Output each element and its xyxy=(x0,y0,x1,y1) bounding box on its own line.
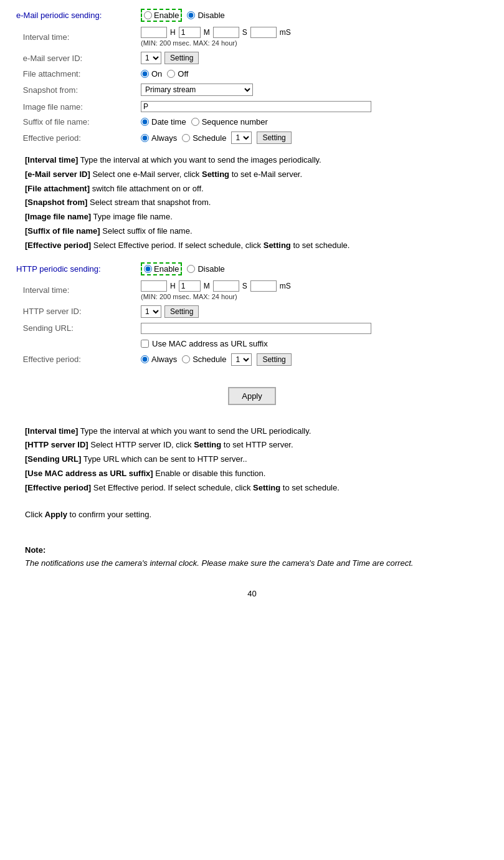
email-on-radio[interactable] xyxy=(141,70,149,78)
page-num-text: 40 xyxy=(247,589,256,598)
help-interval-desc: Type the interval at which you want to s… xyxy=(80,155,321,165)
http-mac-label[interactable]: Use MAC address as URL suffix xyxy=(152,339,268,348)
email-on-wrapper[interactable]: On xyxy=(141,69,162,79)
email-schedule-select[interactable]: 1 2 xyxy=(231,131,252,144)
email-server-id-value-cell: 1 2 3 Setting xyxy=(137,49,492,67)
http-effective-value-cell: Always Schedule 1 2 Setting xyxy=(137,351,492,368)
help-effective-setting-bold: Setting xyxy=(264,241,291,250)
email-suffix-row: Suffix of file name: Date time Sequence … xyxy=(12,115,492,129)
email-image-name-label-cell: Image file name: xyxy=(12,98,137,115)
http-schedule-label[interactable]: Schedule xyxy=(193,355,226,364)
email-interval-m-input[interactable] xyxy=(179,27,201,38)
email-schedule-wrapper[interactable]: Schedule xyxy=(182,133,226,143)
http-enable-label[interactable]: Enable xyxy=(154,264,179,274)
http-enable-radio[interactable] xyxy=(144,265,152,273)
http-sending-url-label: Sending URL: xyxy=(23,323,74,333)
help-file-attach: [File attachment] switch file attachment… xyxy=(25,183,479,196)
http-interval-ms-input[interactable] xyxy=(250,280,277,292)
email-image-name-input[interactable] xyxy=(141,101,371,112)
http-help-serverid-desc2: to set HTTP server. xyxy=(224,440,293,449)
help-effective-desc2: to set schedule. xyxy=(293,241,349,250)
help-serverid-desc: Select one e-Mail server, click xyxy=(92,170,202,179)
http-always-wrapper[interactable]: Always xyxy=(141,355,177,364)
apply-button[interactable]: Apply xyxy=(228,387,276,405)
http-disable-radio[interactable] xyxy=(187,265,195,273)
email-file-attach-label-cell: File attachment: xyxy=(12,67,137,81)
http-interval-label-cell: Interval time: xyxy=(12,278,137,303)
email-seqnum-radio[interactable] xyxy=(191,118,199,126)
email-seqnum-wrapper[interactable]: Sequence number xyxy=(191,117,268,127)
email-off-radio[interactable] xyxy=(167,70,175,78)
email-interval-inputs: H M S mS xyxy=(141,27,488,38)
email-off-wrapper[interactable]: Off xyxy=(167,69,188,79)
email-always-label[interactable]: Always xyxy=(151,133,177,143)
http-schedule-select[interactable]: 1 2 xyxy=(231,353,252,366)
email-server-setting-btn[interactable]: Setting xyxy=(164,52,199,64)
email-disable-radio[interactable] xyxy=(187,11,195,19)
http-help-effective-setting-bold: Setting xyxy=(253,483,280,492)
email-enable-label[interactable]: Enable xyxy=(154,11,179,20)
help-suffix: [Suffix of file name] Select suffix of f… xyxy=(25,225,479,238)
email-help-text: [Interval time] Type the interval at whi… xyxy=(25,154,479,252)
email-effective-setting-btn[interactable]: Setting xyxy=(257,131,291,144)
http-server-id-select[interactable]: 1 2 3 xyxy=(141,305,161,318)
http-interval-h-input[interactable] xyxy=(141,280,167,292)
http-interval-row: Interval time: H M S mS (MIN: 200 msec. … xyxy=(12,278,492,303)
email-file-attach-group: On Off xyxy=(141,69,488,79)
help-image-file: [Image file name] Type image file name. xyxy=(25,211,479,224)
email-interval-label: Interval time: xyxy=(23,32,69,42)
http-effective-setting-btn[interactable]: Setting xyxy=(257,353,291,366)
help-imagefile-bold: [Image file name] xyxy=(25,212,91,221)
email-always-wrapper[interactable]: Always xyxy=(141,133,177,143)
help-fileattach-desc: switch file attachment on or off. xyxy=(92,184,204,193)
email-interval-s-input[interactable] xyxy=(213,27,239,38)
http-help-mac-bold: [Use MAC address as URL suffix] xyxy=(25,469,153,478)
http-m-unit: M xyxy=(204,282,210,290)
note-title: Note: xyxy=(25,544,479,557)
email-datetime-label[interactable]: Date time xyxy=(151,117,186,127)
email-suffix-group: Date time Sequence number xyxy=(141,117,488,127)
email-schedule-label[interactable]: Schedule xyxy=(193,133,226,143)
email-snapshot-row: Snapshot from: Primary stream Secondary … xyxy=(12,81,492,98)
email-datetime-wrapper[interactable]: Date time xyxy=(141,117,186,127)
email-schedule-radio[interactable] xyxy=(182,134,190,142)
email-disable-label[interactable]: Disable xyxy=(197,11,224,20)
help-fileattach-bold: [File attachment] xyxy=(25,184,90,193)
help-interval-time: [Interval time] Type the interval at whi… xyxy=(25,154,479,167)
http-interval-s-input[interactable] xyxy=(213,280,239,292)
email-interval-h-input[interactable] xyxy=(141,27,167,38)
http-schedule-radio[interactable] xyxy=(182,355,190,363)
email-server-id-group: 1 2 3 Setting xyxy=(141,52,488,64)
email-enable-radio[interactable] xyxy=(144,11,152,19)
http-always-radio[interactable] xyxy=(141,355,149,363)
email-off-label[interactable]: Off xyxy=(178,69,188,79)
http-mac-checkbox[interactable] xyxy=(141,340,149,348)
http-help-serverid-bold: [HTTP server ID] xyxy=(25,440,88,449)
http-server-id-row: HTTP server ID: 1 2 3 Setting xyxy=(12,303,492,320)
http-enable-wrapper[interactable]: Enable xyxy=(141,262,182,275)
http-sending-url-row: Sending URL: xyxy=(12,320,492,337)
email-disable-wrapper[interactable]: Disable xyxy=(187,11,224,20)
email-on-label[interactable]: On xyxy=(151,69,162,79)
http-sending-url-input[interactable] xyxy=(141,323,371,334)
email-interval-ms-input[interactable] xyxy=(250,27,277,38)
http-effective-label-cell: Effective period: xyxy=(12,351,137,368)
http-h-unit: H xyxy=(170,282,176,290)
email-s-unit: S xyxy=(242,28,247,37)
http-disable-wrapper[interactable]: Disable xyxy=(187,264,224,274)
http-interval-m-input[interactable] xyxy=(179,280,201,292)
http-disable-label[interactable]: Disable xyxy=(197,264,224,274)
email-always-radio[interactable] xyxy=(141,134,149,142)
email-seqnum-label[interactable]: Sequence number xyxy=(202,117,268,127)
http-schedule-wrapper[interactable]: Schedule xyxy=(182,355,226,364)
email-snapshot-select[interactable]: Primary stream Secondary stream xyxy=(141,84,253,96)
email-datetime-radio[interactable] xyxy=(141,118,149,126)
email-server-id-select[interactable]: 1 2 3 xyxy=(141,52,161,64)
http-interval-inputs: H M S mS xyxy=(141,280,488,292)
http-always-label[interactable]: Always xyxy=(151,355,177,364)
http-server-setting-btn[interactable]: Setting xyxy=(164,305,199,318)
help-serverid-setting-bold: Setting xyxy=(202,170,229,179)
email-enable-wrapper[interactable]: Enable xyxy=(141,9,182,22)
http-help-serverid-desc: Select HTTP server ID, click xyxy=(90,440,194,449)
http-form-table: HTTP periodic sending: Enable Disable I xyxy=(12,260,492,368)
